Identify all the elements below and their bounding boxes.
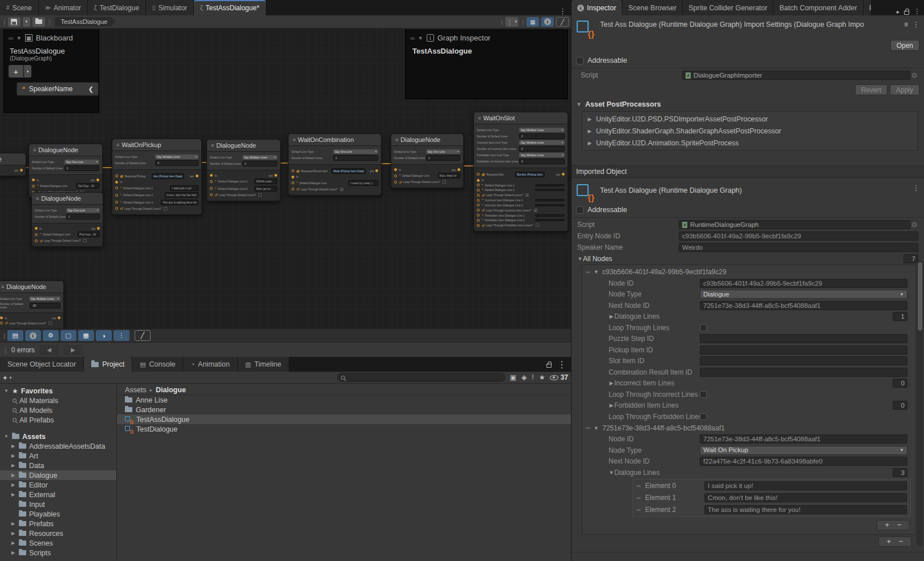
tree-folder-input[interactable]: Input [0, 499, 116, 509]
open-asset-button[interactable] [33, 17, 45, 27]
object-value[interactable]: Ass (Pickup Item Data) [152, 173, 184, 179]
property-input[interactable]: 2 [519, 158, 565, 164]
inspector-scrollbar[interactable] [917, 261, 923, 546]
property-input[interactable]: 1 [333, 155, 378, 161]
value-port[interactable] [291, 181, 294, 184]
output-port[interactable] [97, 227, 100, 230]
tree-folder-prefabs[interactable]: ▶Prefabs [0, 519, 116, 529]
project-search-input[interactable] [337, 373, 505, 382]
node-collapse-icon[interactable]: ≡ [211, 143, 214, 148]
minimap-toggle-button[interactable]: ╱ [556, 17, 569, 27]
graph-options-button[interactable]: ⋮▾ [505, 17, 519, 27]
toolbar-drag-handle[interactable]: || [2, 18, 6, 25]
foldout-triangle-icon[interactable]: ▶ [10, 521, 16, 526]
tree-folder-playables[interactable]: Playables [0, 509, 116, 519]
tree-folder-scenes[interactable]: ▶Scenes [0, 538, 116, 548]
value-field[interactable]: 7251e73e-38d3-44ff-a8c5-bcf54088aaf1 [700, 301, 907, 310]
foldout-triangle-icon[interactable]: ▼ [593, 269, 599, 275]
value-port[interactable] [32, 185, 35, 188]
node-collapse-icon[interactable]: ≡ [36, 196, 39, 201]
tree-folder-art[interactable]: ▶Art [0, 451, 116, 461]
tree-folder-scripts[interactable]: ▶Scripts [0, 548, 116, 558]
tree-folder-data[interactable]: ▶Data [0, 461, 116, 470]
create-asset-button[interactable]: + [3, 373, 7, 382]
checkbox[interactable] [700, 391, 707, 398]
checkbox[interactable] [164, 207, 167, 210]
node-foldout-header[interactable]: ═▼c93b5606-401f-49a2-99b5-9ecbf1fa9c29 [582, 266, 915, 278]
value-field[interactable]: f22a475e-4c2f-41c6-9b73-6a83498abfe0 [700, 457, 907, 466]
value-port[interactable] [210, 193, 213, 196]
foldout-triangle-icon[interactable]: ▶ [587, 128, 593, 134]
tree-folder-addressableassetsdata[interactable]: ▶AddressableAssetsData [0, 441, 116, 451]
foldout-triangle-icon[interactable]: ▶ [10, 482, 16, 487]
drag-handle-icon[interactable]: ═ [637, 495, 641, 501]
array-size-field[interactable]: 1 [893, 312, 907, 321]
field-value[interactable] [535, 214, 565, 217]
graph-inspector-panel[interactable]: ═ ▼ i Graph Inspector TestAssDialogue [405, 30, 568, 99]
tree-folder-editor[interactable]: ▶Editor [0, 480, 116, 490]
field-value[interactable] [535, 189, 565, 191]
array-size-field[interactable]: 0 [893, 379, 907, 388]
inspector-tab-spritecollidergenerator[interactable]: Sprite Collider Generator [683, 0, 773, 15]
value-port[interactable] [210, 187, 213, 190]
postprocessor-item[interactable]: ▶UnityEditor.U2D.PSD.PSDImporterAssetPos… [582, 113, 918, 125]
lock-icon[interactable] [546, 364, 552, 368]
foldout-triangle-icon[interactable]: ▶ [10, 540, 16, 546]
apply-button[interactable]: Apply [890, 84, 919, 95]
output-port[interactable] [196, 174, 198, 177]
value-port[interactable] [35, 233, 38, 236]
assets-root[interactable]: ▼Assets [0, 432, 116, 441]
tree-folder-resources[interactable]: ▶Resources [0, 529, 116, 538]
node-collapse-icon[interactable]: ≡ [293, 137, 295, 143]
node-collapse-icon[interactable]: ≡ [478, 115, 481, 121]
graph-node-waitonpickup[interactable]: ≡WaitOnPickupDefault Line TypeSay Multip… [112, 139, 202, 215]
presets-icon[interactable]: ≡ [904, 21, 908, 38]
node-foldout-header[interactable]: ═▼7251e73e-38d3-44ff-a8c5-bcf54088aaf1 [582, 422, 915, 434]
foldout-triangle-icon[interactable]: ▶ [609, 314, 614, 319]
object-picker-icon[interactable]: ⊙ [910, 221, 918, 229]
file-testassdialogue[interactable]: {}TestAssDialogue [117, 414, 571, 424]
property-input[interactable]: 2 [242, 161, 277, 166]
foldout-triangle-icon[interactable]: ▼ [609, 470, 614, 475]
foldout-triangle-icon[interactable]: ▶ [10, 492, 16, 497]
value-port[interactable] [477, 214, 480, 217]
graph-inspector-toggle-button[interactable]: i [541, 17, 554, 27]
value-field[interactable]: c93b5606-401f-49a2-99b5-9ecbf1fa9c29 [700, 279, 907, 288]
foldout-triangle-icon[interactable]: ▼ [576, 101, 582, 107]
foldout-triangle-icon[interactable]: ▶ [609, 380, 614, 386]
value-port[interactable] [477, 194, 480, 197]
tab-scene[interactable]: #Scene [0, 0, 39, 15]
graph-node-dialoguenode[interactable]: ≡DialogueNodeDefault Line TypeSay Multip… [0, 280, 64, 328]
value-port[interactable] [477, 189, 480, 192]
favorite-star-icon[interactable]: ★ [539, 373, 545, 381]
file-annelise[interactable]: Anne Lise [117, 395, 571, 405]
type-dropdown[interactable]: Wait On Pickup▼ [700, 446, 907, 455]
property-dropdown[interactable]: Say One Line▾ [426, 149, 460, 154]
object-value[interactable]: Meat (Pickup Item Data) [331, 168, 366, 174]
value-field[interactable] [700, 345, 907, 355]
entry-node-id-field[interactable]: c93b5606-401f-49a2-99b5-9ecbf1fa9c29 [679, 231, 918, 241]
dock-tab-sceneobjectlocator[interactable]: Scene Object Locator [0, 357, 84, 372]
checkbox[interactable] [700, 413, 707, 420]
more-button[interactable]: ⋮ [114, 330, 129, 341]
foldout-triangle-icon[interactable]: ▶ [609, 403, 614, 408]
array-size-field[interactable]: 0 [893, 401, 907, 410]
field-value[interactable]: I said pick it up! [170, 185, 198, 191]
console-button[interactable]: ▤ [7, 330, 23, 341]
value-port[interactable] [210, 180, 213, 183]
field-value[interactable]: Not Day... W [76, 183, 99, 189]
element-value-field[interactable]: The ass is waiting there for you! [704, 505, 907, 514]
header-kebab-icon[interactable]: ⋮ [913, 184, 919, 201]
file-gardener[interactable]: Gardener [117, 405, 571, 414]
property-dropdown[interactable]: Say Multiple Lines▾ [242, 155, 277, 160]
inspector-tab-batchcomponentadder[interactable]: Batch Component Adder [773, 0, 863, 15]
property-input[interactable]: 3 [155, 160, 198, 166]
value-port[interactable] [394, 174, 397, 177]
property-input[interactable]: 1 [426, 155, 460, 161]
chevron-left-icon[interactable]: ❮ [88, 86, 94, 93]
property-input[interactable]: 1 [64, 165, 99, 171]
output-port[interactable] [58, 316, 60, 319]
graph-node-waitonslot[interactable]: ≡WaitOnSlotDefault Line TypeSay Multiple… [473, 112, 568, 231]
header-kebab-icon[interactable]: ⋮ [913, 21, 919, 38]
breadcrumb-dialogue[interactable]: Dialogue [156, 386, 186, 394]
